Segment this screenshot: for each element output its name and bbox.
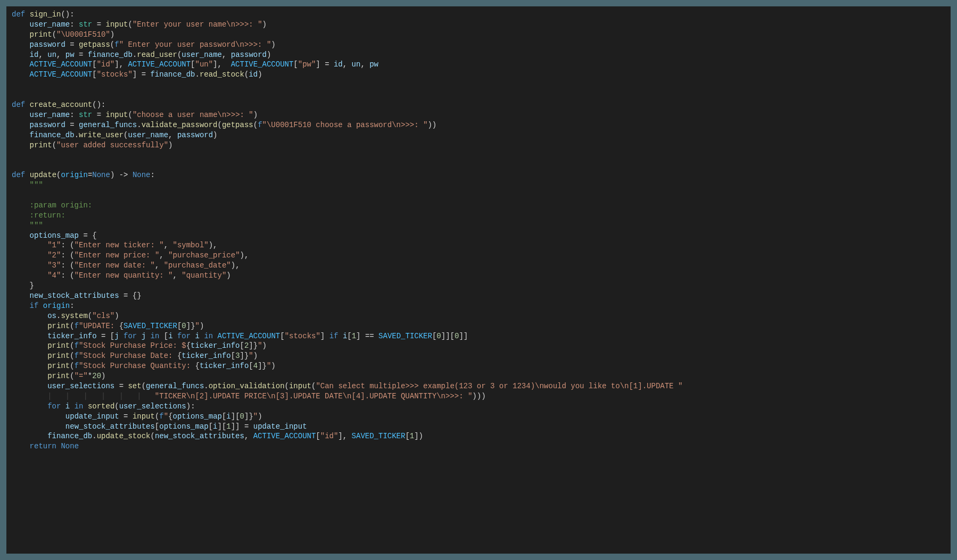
keyword-def: def bbox=[12, 171, 25, 179]
docstring-close: """ bbox=[30, 221, 43, 230]
docstring-open: """ bbox=[30, 181, 43, 189]
code-block: def sign_in(): user_name: str = input("E… bbox=[12, 10, 945, 452]
code-editor[interactable]: def sign_in(): user_name: str = input("E… bbox=[6, 6, 951, 554]
indent-guide: | | | | | | bbox=[47, 392, 155, 400]
function-name: sign_in bbox=[30, 10, 61, 19]
function-name: update bbox=[30, 171, 56, 179]
keyword-def: def bbox=[12, 10, 25, 19]
function-name: create_account bbox=[30, 101, 93, 109]
keyword-def: def bbox=[12, 101, 25, 109]
